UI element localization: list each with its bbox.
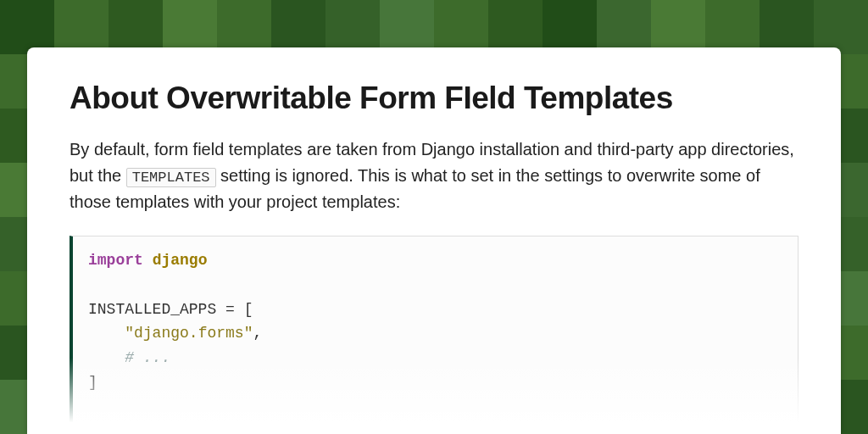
code-comma: , <box>253 325 262 342</box>
intro-paragraph: By default, form field templates are tak… <box>70 136 798 215</box>
code-module-django: django <box>153 252 208 269</box>
code-string-django-forms: "django.forms" <box>125 325 253 342</box>
inline-code-templates: TEMPLATES <box>126 168 216 187</box>
code-block: import django INSTALLED_APPS = [ "django… <box>70 236 798 434</box>
code-line-close-bracket: ] <box>88 374 97 391</box>
code-line-templates: TEMPLATES = [ <box>88 423 207 434</box>
page-title: About Overwritable Form FIeld Templates <box>70 81 798 116</box>
code-keyword-import: import <box>88 252 143 269</box>
code-line-installed-apps: INSTALLED_APPS = [ <box>88 301 253 318</box>
code-comment-ellipsis: # ... <box>125 349 170 366</box>
content-card: About Overwritable Form FIeld Templates … <box>27 47 841 434</box>
